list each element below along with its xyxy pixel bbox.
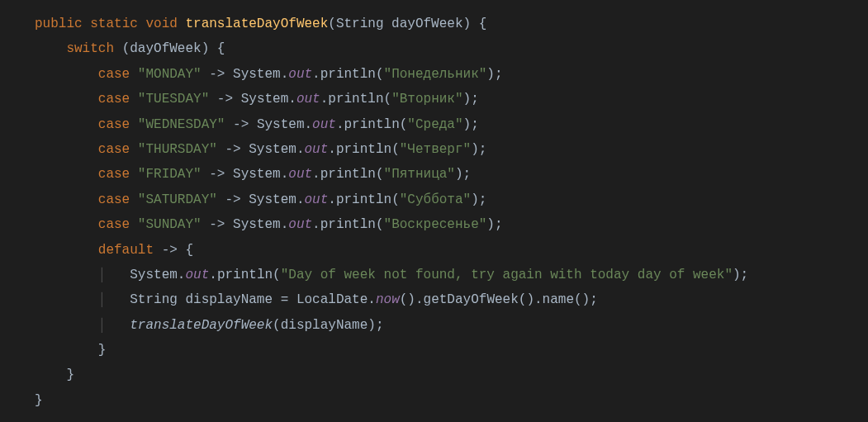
- case-val-sun: "Воскресенье": [384, 217, 487, 232]
- keyword-void: void: [145, 17, 177, 31]
- keyword-switch: switch: [66, 41, 114, 56]
- keyword-static: static: [90, 17, 138, 31]
- keyword-case: case: [98, 67, 130, 82]
- case-key-mon: "MONDAY": [138, 67, 202, 82]
- keyword-default: default: [98, 243, 154, 258]
- field-out: out: [288, 67, 312, 82]
- default-msg: "Day of week not found, try again with t…: [281, 268, 733, 282]
- switch-var: dayOfWeek: [130, 41, 201, 56]
- case-val-tue: "Вторник": [391, 92, 462, 107]
- method-name: translateDayOfWeek: [185, 17, 328, 31]
- type-string: String: [336, 17, 384, 31]
- static-now: now: [376, 292, 400, 307]
- param-dayofweek: dayOfWeek: [391, 17, 462, 31]
- indent-guide: │: [98, 268, 107, 282]
- case-val-mon: "Понедельник": [384, 67, 487, 82]
- var-displayname: displayName: [185, 292, 273, 307]
- case-val-wed: "Среда": [407, 117, 462, 132]
- case-key-fri: "FRIDAY": [138, 167, 202, 182]
- case-val-sat: "Суббота": [400, 192, 471, 207]
- case-val-thu: "Четверг": [400, 142, 471, 157]
- case-key-sun: "SUNDAY": [138, 217, 202, 232]
- case-key-thu: "THURSDAY": [138, 142, 217, 157]
- case-key-tue: "TUESDAY": [138, 92, 209, 107]
- recursive-call: translateDayOfWeek: [130, 318, 273, 333]
- case-val-fri: "Пятница": [384, 167, 455, 182]
- code-editor[interactable]: public static void translateDayOfWeek(St…: [0, 0, 868, 413]
- keyword-public: public: [35, 17, 83, 31]
- case-key-sat: "SATURDAY": [138, 192, 217, 207]
- case-key-wed: "WEDNESDAY": [138, 117, 225, 132]
